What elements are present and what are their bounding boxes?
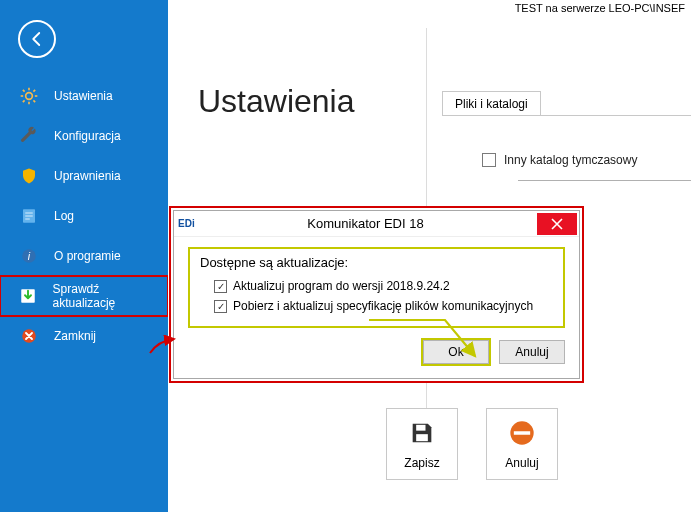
svg-line-5: [23, 90, 25, 92]
svg-rect-17: [416, 425, 425, 431]
svg-line-8: [33, 90, 35, 92]
cancel-label: Anuluj: [505, 456, 538, 470]
dialog-titlebar: EDi Komunikator EDI 18: [174, 211, 579, 237]
dialog-title: Komunikator EDI 18: [194, 216, 537, 231]
checkbox-inny-katalog[interactable]: Inny katalog tymczasowy: [482, 153, 637, 167]
sidebar-item-label: Log: [54, 209, 74, 223]
tab-bar: Pliki i katalogi: [442, 90, 541, 115]
download-icon: [18, 285, 39, 307]
document-icon: [18, 205, 40, 227]
checkbox-label: Inny katalog tymczasowy: [504, 153, 637, 167]
dialog-app-icon: EDi: [174, 218, 194, 229]
save-button[interactable]: Zapisz: [386, 408, 458, 480]
close-circle-icon: [18, 325, 40, 347]
tab-underline: [442, 115, 691, 116]
sidebar-item-label: Sprawdź aktualizację: [53, 282, 158, 310]
dialog-subtitle: Dostępne są aktualizacje:: [200, 255, 553, 270]
arrow-left-icon: [28, 30, 46, 48]
sidebar-item-label: O programie: [54, 249, 121, 263]
update-dialog: EDi Komunikator EDI 18 Dostępne są aktua…: [173, 210, 580, 379]
sidebar-item-label: Ustawienia: [54, 89, 113, 103]
sidebar-item-log[interactable]: Log: [0, 196, 168, 236]
sidebar-item-zamknij[interactable]: Zamknij: [0, 316, 168, 356]
sidebar-item-label: Konfiguracja: [54, 129, 121, 143]
save-label: Zapisz: [404, 456, 439, 470]
cancel-icon: [507, 418, 537, 448]
dialog-body: Dostępne są aktualizacje: ✓ Aktualizuj p…: [174, 237, 579, 378]
info-icon: i: [18, 245, 40, 267]
sidebar-item-ustawienia[interactable]: Ustawienia: [0, 76, 168, 116]
sidebar-item-konfiguracja[interactable]: Konfiguracja: [0, 116, 168, 156]
checkbox-icon: [482, 153, 496, 167]
update-dialog-frame: EDi Komunikator EDI 18 Dostępne są aktua…: [169, 206, 584, 383]
wrench-icon: [18, 125, 40, 147]
checkbox-option-2[interactable]: ✓ Pobierz i aktualizuj specyfikację plik…: [200, 296, 553, 316]
svg-point-0: [26, 93, 33, 100]
back-button[interactable]: [18, 20, 56, 58]
sidebar: Ustawienia Konfiguracja Uprawnienia Log …: [0, 0, 168, 512]
sidebar-item-label: Zamknij: [54, 329, 96, 343]
sidebar-item-label: Uprawnienia: [54, 169, 121, 183]
sidebar-item-o-programie[interactable]: i O programie: [0, 236, 168, 276]
checkbox-checked-icon: ✓: [214, 300, 227, 313]
svg-line-6: [33, 100, 35, 102]
shield-icon: [18, 165, 40, 187]
svg-rect-18: [416, 434, 428, 441]
text-field-underline[interactable]: [518, 180, 691, 181]
svg-line-7: [23, 100, 25, 102]
gear-icon: [18, 85, 40, 107]
option-label: Aktualizuj program do wersji 2018.9.24.2: [233, 279, 450, 293]
cancel-button[interactable]: Anuluj: [486, 408, 558, 480]
save-icon: [407, 418, 437, 448]
dialog-ok-button[interactable]: Ok: [423, 340, 489, 364]
option-label: Pobierz i aktualizuj specyfikację plików…: [233, 299, 533, 313]
sidebar-item-sprawdz-aktualizacje[interactable]: Sprawdź aktualizację: [0, 276, 168, 316]
svg-rect-20: [514, 431, 530, 435]
tab-pliki-i-katalogi[interactable]: Pliki i katalogi: [442, 91, 541, 116]
dialog-button-row: Ok Anuluj: [188, 340, 565, 364]
dialog-close-button[interactable]: [537, 213, 577, 235]
sidebar-item-uprawnienia[interactable]: Uprawnienia: [0, 156, 168, 196]
update-options-box: Dostępne są aktualizacje: ✓ Aktualizuj p…: [188, 247, 565, 328]
checkbox-checked-icon: ✓: [214, 280, 227, 293]
bottom-button-row: Zapisz Anuluj: [386, 408, 558, 480]
close-icon: [551, 218, 563, 230]
checkbox-option-1[interactable]: ✓ Aktualizuj program do wersji 2018.9.24…: [200, 276, 553, 296]
dialog-cancel-button[interactable]: Anuluj: [499, 340, 565, 364]
